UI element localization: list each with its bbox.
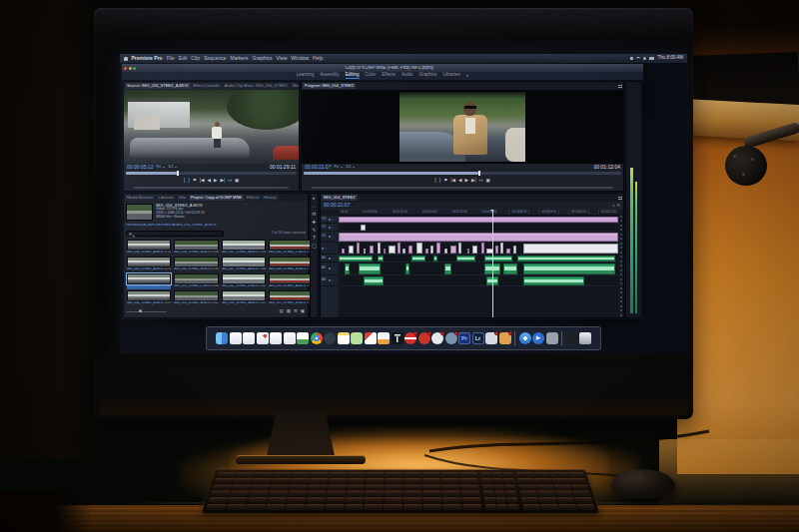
no-entry-icon[interactable] xyxy=(404,332,416,344)
menu-sequence[interactable]: Sequence xyxy=(204,56,227,62)
track-lock-icon[interactable] xyxy=(332,279,334,281)
menu-clock[interactable]: Thu 8:00 AM xyxy=(657,56,683,61)
pdf-doc-icon[interactable] xyxy=(365,332,377,344)
document-icon[interactable] xyxy=(257,332,269,344)
stickies-icon[interactable] xyxy=(351,332,363,344)
timeline-clip-fragment[interactable] xyxy=(481,243,484,254)
clock-app-icon[interactable] xyxy=(431,332,443,344)
thumbnail-zoom-slider[interactable] xyxy=(127,311,167,312)
workspace-tab-graphics[interactable]: Graphics xyxy=(418,73,436,79)
track-lock-icon[interactable] xyxy=(332,219,334,221)
track-lock-icon[interactable] xyxy=(332,227,334,229)
compass-app-icon[interactable] xyxy=(445,332,457,344)
search-input[interactable] xyxy=(134,232,221,236)
timeline-clip-fragment[interactable] xyxy=(467,249,469,254)
menu-clip[interactable]: Clip xyxy=(191,56,200,62)
bin-item[interactable]: IMG_038_STEEZ_A.MOV1:12 xyxy=(126,239,171,256)
lamp-icon[interactable] xyxy=(392,332,403,344)
step-forward-button[interactable]: ▶| xyxy=(471,179,476,184)
finder-icon[interactable] xyxy=(216,332,228,344)
menu-edit[interactable]: Edit xyxy=(179,56,188,62)
timeline-clip[interactable] xyxy=(503,264,517,274)
timeline-clip-fragment[interactable] xyxy=(402,249,404,254)
timeline-clip-fragment[interactable] xyxy=(357,243,360,254)
track-header-v2[interactable]: V2 xyxy=(321,224,339,232)
menu-file[interactable]: File xyxy=(167,56,175,62)
quicktime-icon[interactable]: ▶ xyxy=(532,332,544,344)
window-titlebar[interactable]: Copy of KOMP MNE (Feat. PnB) MP1.prproj xyxy=(122,64,643,72)
timeline-clip-fragment[interactable] xyxy=(430,246,432,254)
battery-icon[interactable] xyxy=(649,57,654,60)
mark-out-button[interactable]: } xyxy=(439,179,441,184)
workspace-tab-learning[interactable]: Learning xyxy=(297,73,315,79)
bin-item[interactable]: IMG_050_STEEZ_A.MOV1:15 xyxy=(126,272,171,289)
timeline-clip-fragment[interactable] xyxy=(364,249,366,254)
source-zoom-bar[interactable] xyxy=(134,187,289,189)
ripple-edit-tool-icon[interactable]: ⊟ xyxy=(313,213,317,218)
track-lock-icon[interactable] xyxy=(332,267,334,269)
track-header-a1[interactable]: A1 xyxy=(321,255,339,263)
timeline-clip[interactable] xyxy=(361,225,365,231)
wifi-icon[interactable] xyxy=(636,57,640,61)
export-frame-button[interactable]: ▣ xyxy=(235,179,239,184)
workspace-tab-assembly[interactable]: Assembly xyxy=(320,73,340,79)
panel-tab-effect-controls[interactable]: Effect Controls xyxy=(192,83,222,89)
timeline-clip[interactable] xyxy=(456,256,476,262)
safari-icon[interactable] xyxy=(519,332,531,344)
panel-menu-icon[interactable] xyxy=(618,85,622,88)
timeline-clip-fragment[interactable] xyxy=(342,249,345,254)
search-box[interactable] xyxy=(126,231,224,237)
menu-window[interactable]: Window xyxy=(291,56,309,62)
drive-icon[interactable] xyxy=(546,332,558,344)
timeline-clip-fragment[interactable] xyxy=(506,249,510,254)
program-resolution-dropdown[interactable]: 1/2 xyxy=(346,165,356,169)
menu-markers[interactable]: Markers xyxy=(230,56,248,62)
track-lock-icon[interactable] xyxy=(332,258,334,260)
workspace-tab-audio[interactable]: Audio xyxy=(401,73,413,79)
lightroom-icon[interactable]: Lr xyxy=(472,332,484,344)
selection-tool-icon[interactable]: ▸ xyxy=(313,197,315,202)
timeline-clip-fragment[interactable] xyxy=(495,246,498,254)
timeline-clip-fragment[interactable] xyxy=(389,246,395,254)
bin-item[interactable]: IMG_055_STEEZ_A.MOV0:41 xyxy=(173,289,219,306)
chrome-icon[interactable] xyxy=(311,332,323,344)
mark-in-button[interactable]: { xyxy=(434,179,436,184)
source-timecode[interactable]: 00:00:05:12 xyxy=(127,165,153,171)
razor-tool-icon[interactable]: ✚ xyxy=(313,221,317,226)
track-toggle-icon[interactable] xyxy=(329,227,331,229)
bin-item[interactable]: IMG_056_STEEZ_A.MOV1:29 xyxy=(221,289,266,306)
bin-item[interactable]: IMG_053_STEEZ_A.MOV0:57 xyxy=(268,272,314,289)
panel-tab-project-copy-of-komp-mne[interactable]: Project: Copy of KOMP MNE xyxy=(189,195,244,201)
track-toggle-icon[interactable] xyxy=(329,258,331,260)
timeline-clip-fragment[interactable] xyxy=(450,246,456,254)
timeline-clip[interactable] xyxy=(378,256,384,262)
track-header-a2[interactable]: A2 xyxy=(321,263,339,275)
step-forward-button[interactable]: ▶| xyxy=(220,179,225,184)
browser-icon[interactable] xyxy=(324,332,336,344)
bin-item[interactable]: IMG_054_STEEZ_B.MOV1:29 xyxy=(126,289,171,306)
timeline-clip[interactable] xyxy=(523,276,585,285)
timeline-clip-fragment[interactable] xyxy=(444,249,447,254)
track-toggle-icon[interactable] xyxy=(329,219,331,221)
menu-graphics[interactable]: Graphics xyxy=(253,56,273,62)
pen-tool-icon[interactable]: ✎ xyxy=(313,229,317,234)
bin-item[interactable]: IMG_048_STEEZ_B.MOV0:52 xyxy=(268,256,314,272)
menu-premiere-pro[interactable]: Premiere Pro xyxy=(132,56,163,62)
notes-icon[interactable] xyxy=(338,332,350,344)
record-app-icon[interactable] xyxy=(418,332,430,344)
track-select-tool-icon[interactable]: ↔ xyxy=(312,205,317,210)
snap-icon[interactable]: ⌗ xyxy=(612,204,614,208)
workspace-overflow-icon[interactable]: » xyxy=(466,74,469,79)
timeline-clip-fragment[interactable] xyxy=(416,243,422,254)
export-frame-button[interactable]: ▣ xyxy=(485,179,489,184)
timeline-clip-fragment[interactable] xyxy=(436,243,440,254)
timeline-clip[interactable] xyxy=(339,217,618,223)
program-zoom-dropdown[interactable]: Fit xyxy=(334,165,342,169)
trash-icon[interactable] xyxy=(579,332,591,344)
timeline-clip-fragment[interactable] xyxy=(472,246,476,254)
terminal-icon[interactable] xyxy=(566,332,578,344)
type-tool-icon[interactable]: T xyxy=(313,237,316,242)
timeline-clip[interactable] xyxy=(433,256,437,262)
timeline-clip-fragment[interactable] xyxy=(370,246,374,254)
document-icon[interactable] xyxy=(270,332,282,344)
